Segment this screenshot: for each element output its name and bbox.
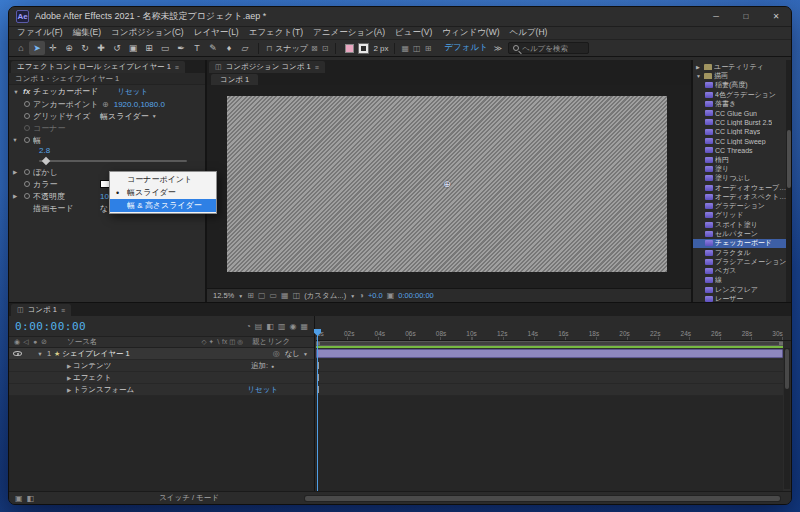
transform-reset-link[interactable]: リセット (247, 385, 314, 395)
feather-twirl-icon[interactable]: ▶ (11, 169, 19, 175)
solo-column-icon[interactable]: ● (31, 338, 39, 346)
menu-item[interactable]: アニメーション(A) (308, 27, 390, 39)
grid-size-dropdown[interactable]: 幅スライダー ▼ (100, 111, 157, 122)
effect-item[interactable]: 塗りつぶし (693, 174, 791, 183)
frame-blend-switch-icon[interactable]: ◫ (229, 338, 235, 346)
panel-menu-icon[interactable]: ≡ (175, 64, 179, 71)
help-search-box[interactable] (508, 42, 589, 54)
menu-item[interactable]: ヘルプ(H) (505, 27, 553, 39)
effect-item[interactable]: グラデーション (693, 201, 791, 210)
mask-feather-icon[interactable]: ▦ (400, 44, 412, 53)
video-column-icon[interactable]: ◉ (13, 338, 21, 346)
source-name-column-label[interactable]: ソース名 (67, 337, 97, 347)
resolution-selector[interactable]: (カスタム...) (304, 291, 346, 301)
work-area-bar[interactable] (316, 341, 783, 346)
brush-tool-icon[interactable]: ✎ (205, 41, 221, 55)
opacity-twirl-icon[interactable]: ▶ (11, 193, 19, 199)
effect-item[interactable]: スポイト塗り (693, 220, 791, 229)
transparency-grid-icon[interactable]: ▦ (281, 291, 289, 300)
dropdown-option[interactable]: 幅スライダー (110, 186, 216, 199)
effects-panel-scrollbar[interactable] (786, 60, 791, 302)
effect-item[interactable]: ベガス (693, 267, 791, 276)
choose-grid-guides-icon[interactable]: ⊞ (247, 291, 254, 300)
pan-behind-tool-icon[interactable]: ⊞ (141, 41, 157, 55)
zoom-level[interactable]: 12.5% (213, 291, 234, 300)
twirl-closed-icon[interactable]: ▶ (65, 387, 73, 393)
transform-track[interactable] (316, 384, 783, 396)
clone-stamp-tool-icon[interactable]: ♦ (221, 41, 237, 55)
timeline-vertical-scrollbar[interactable] (784, 348, 790, 489)
motion-blur-icon[interactable]: ◉ (289, 322, 296, 331)
dropdown-option[interactable]: コーナーポイント (110, 173, 216, 186)
effect-item[interactable]: 楕円 (693, 155, 791, 164)
preview-timecode[interactable]: 0:00:00:00 (398, 291, 433, 300)
effect-item[interactable]: セルパターン (693, 229, 791, 238)
panel-menu-icon[interactable]: ≡ (315, 64, 319, 71)
stopwatch-icon[interactable] (24, 181, 30, 187)
panel-menu-icon[interactable]: ≡ (61, 307, 65, 314)
exposure-icon[interactable]: ◑ (359, 291, 364, 300)
scrollbar-thumb[interactable] (785, 349, 789, 389)
shy-switch-icon[interactable]: ◇ (202, 338, 207, 346)
close-button[interactable]: ✕ (761, 7, 791, 26)
fill-color-swatch[interactable] (345, 44, 354, 53)
category-utility[interactable]: ▶ ユーティリティ (693, 62, 791, 71)
time-ruler[interactable]: 0s02s04s06s08s10s12s14s16s18s20s22s24s26… (316, 316, 791, 341)
stopwatch-icon[interactable] (24, 169, 30, 175)
tab-effect-controls[interactable]: エフェクトコントロール シェイプレイヤー 1 ≡ (11, 61, 185, 73)
comp-mini-flowchart-icon[interactable]: ◔ (246, 322, 251, 331)
workspace-overflow-button[interactable]: ≫ (494, 44, 502, 53)
anchor-point-value[interactable]: 1920.0,1080.0 (114, 100, 165, 109)
effects-property-row[interactable]: ▶ エフェクト (9, 372, 314, 384)
zoom-dropdown-arrow-icon[interactable]: ▼ (238, 293, 243, 299)
effect-item[interactable]: CC Light Burst 2.5 (693, 118, 791, 127)
menu-item[interactable]: コンポジション(C) (106, 27, 189, 39)
stopwatch-icon[interactable] (24, 137, 30, 143)
effect-item[interactable]: 4色グラデーション (693, 90, 791, 99)
anchor-point-marker[interactable]: ⊕ (443, 179, 451, 189)
menu-item[interactable]: ビュー(V) (390, 27, 437, 39)
effect-item[interactable]: フラクタル (693, 248, 791, 257)
stopwatch-icon[interactable] (24, 101, 30, 107)
effect-item[interactable]: レンズフレア (693, 285, 791, 294)
width-value[interactable]: 2.8 (39, 146, 50, 155)
stopwatch-icon[interactable] (24, 113, 30, 119)
graph-editor-icon[interactable]: ▦ (300, 322, 308, 331)
tab-timeline-comp1[interactable]: ◫ コンポ 1 ≡ (11, 304, 71, 316)
rotate-tool-icon[interactable]: ↺ (109, 41, 125, 55)
type-tool-icon[interactable]: T (189, 41, 205, 55)
effect-item[interactable]: CC Glue Gun (693, 108, 791, 117)
scrollbar-thumb[interactable] (787, 130, 791, 188)
fx-badge[interactable]: fx (23, 87, 30, 96)
toggle-mask-visibility-icon[interactable]: ▢ (258, 291, 266, 300)
width-slider[interactable] (39, 160, 187, 162)
parent-link-dropdown[interactable]: ◎ なし ▼ (271, 349, 314, 359)
checkerboard-preview[interactable]: ⊕ (227, 96, 667, 272)
effect-item[interactable]: 稲妻(高度) (693, 81, 791, 90)
tab-composition[interactable]: ◫ コンポジション コンポ 1 ≡ (209, 61, 325, 73)
snap-options-icon[interactable]: ⊠ (309, 44, 320, 53)
minimize-button[interactable]: ─ (701, 7, 731, 26)
title-bar[interactable]: Ae Adobe After Effects 2021 - 名称未設定プロジェク… (9, 7, 791, 27)
layer-duration-track[interactable] (316, 348, 783, 360)
effect-item[interactable]: CC Threads (693, 146, 791, 155)
effect-item[interactable]: グリッド (693, 211, 791, 220)
wireframe-icon[interactable]: ◫ (411, 44, 423, 53)
twirl-closed-icon[interactable]: ▶ (696, 64, 702, 70)
stopwatch-icon[interactable] (24, 193, 30, 199)
menu-item[interactable]: 編集(E) (68, 27, 106, 39)
pickwhip-icon[interactable]: ◎ (271, 349, 282, 358)
layer-row-shape-layer-1[interactable]: ▼ 1 ★ シェイプレイヤー 1 ◎ なし ▼ (9, 348, 314, 360)
expand-panel-icon[interactable]: ▣ (15, 494, 23, 503)
contents-track[interactable] (316, 360, 783, 372)
parent-link-column-label[interactable]: 親とリンク (252, 337, 314, 347)
effect-item[interactable]: 線 (693, 276, 791, 285)
current-time-indicator[interactable] (317, 335, 318, 491)
exposure-value[interactable]: +0.0 (368, 291, 383, 300)
pan-camera-tool-icon[interactable]: ✚ (93, 41, 109, 55)
timeline-horizontal-scrollbar[interactable] (304, 495, 781, 502)
effects-track[interactable] (316, 372, 783, 384)
draft-3d-icon[interactable]: ▤ (255, 322, 263, 331)
layer-visibility-eye-icon[interactable] (13, 351, 22, 356)
maximize-button[interactable]: □ (731, 7, 761, 26)
